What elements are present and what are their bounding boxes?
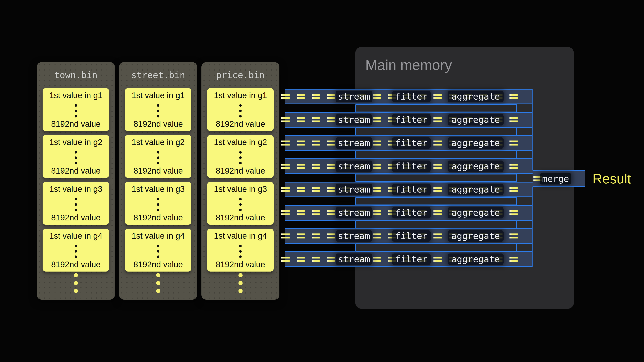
ellipsis-dot-icon (157, 256, 160, 258)
value-group-box: 1st value in g28192nd value (125, 135, 192, 178)
ellipsis-dot-icon (74, 115, 77, 117)
value-group-box: 1st value in g38192nd value (125, 182, 192, 225)
more-groups-dot-icon (74, 281, 78, 285)
aggregate-stage-box: aggregate (448, 161, 504, 172)
group-last-value-label: 8192nd value (207, 259, 274, 269)
more-groups-dot-icon (156, 289, 160, 293)
group-first-value-label: 1st value in g2 (207, 137, 274, 147)
aggregate-stage-box: aggregate (448, 137, 504, 149)
ellipsis-dot-icon (74, 203, 77, 206)
value-group-box: 1st value in g28192nd value (207, 135, 274, 178)
ellipsis-dot-icon (74, 209, 77, 211)
pipeline-row: streamfilteraggregate (285, 205, 532, 221)
diagram-stage: town.bin1st value in g18192nd value1st v… (0, 0, 644, 362)
value-group-box: 1st value in g48192nd value (125, 229, 192, 272)
value-group-box: 1st value in g18192nd value (125, 88, 192, 131)
buffer-row (355, 244, 517, 252)
buffer-row (355, 220, 517, 228)
ellipsis-dot-icon (74, 245, 77, 247)
file-title: town.bin (37, 70, 115, 80)
merge-bar: merge (532, 170, 584, 187)
filter-stage-box: filter (392, 114, 430, 125)
ellipsis-dot-icon (74, 156, 77, 159)
ellipsis-dot-icon (239, 151, 242, 154)
buffer-row (355, 150, 517, 159)
filter-stage-box: filter (392, 230, 430, 242)
group-last-value-label: 8192nd value (42, 166, 109, 176)
pipeline-row: streamfilteraggregate (285, 112, 532, 128)
aggregate-stage-box: aggregate (448, 230, 504, 242)
stream-stage-box: stream (336, 114, 372, 125)
ellipsis-dot-icon (239, 256, 242, 258)
ellipsis-dot-icon (239, 250, 242, 253)
aggregate-stage-box: aggregate (448, 91, 504, 102)
value-group-box: 1st value in g48192nd value (42, 229, 109, 272)
value-group-box: 1st value in g28192nd value (42, 135, 109, 178)
ellipsis-dot-icon (74, 151, 77, 154)
group-first-value-label: 1st value in g4 (125, 231, 192, 241)
aggregate-stage-box: aggregate (448, 184, 504, 195)
ellipsis-dot-icon (157, 203, 160, 206)
group-last-value-label: 8192nd value (207, 213, 274, 223)
group-first-value-label: 1st value in g2 (42, 137, 109, 147)
group-first-value-label: 1st value in g4 (207, 231, 274, 241)
buffer-row (355, 127, 517, 135)
pipeline-container-right-border-top (532, 89, 532, 170)
file-card-street-bin: street.bin1st value in g18192nd value1st… (119, 62, 197, 300)
more-groups-dot-icon (238, 289, 242, 293)
group-first-value-label: 1st value in g4 (42, 231, 109, 241)
more-groups-dot-icon (238, 273, 242, 277)
ellipsis-dot-icon (157, 104, 160, 107)
ellipsis-dot-icon (157, 115, 160, 117)
ellipsis-dot-icon (239, 162, 242, 164)
ellipsis-dot-icon (157, 250, 160, 253)
ellipsis-dot-icon (74, 256, 77, 258)
result-label: Result (592, 171, 631, 186)
filter-stage-box: filter (392, 161, 430, 172)
stream-stage-box: stream (336, 230, 372, 242)
group-last-value-label: 8192nd value (207, 119, 274, 129)
filter-stage-box: filter (392, 91, 430, 102)
ellipsis-dot-icon (239, 198, 242, 200)
pipeline-row: streamfilteraggregate (285, 182, 532, 197)
ellipsis-dot-icon (239, 115, 242, 117)
buffer-row (355, 104, 517, 112)
stream-stage-box: stream (336, 137, 372, 149)
pipeline-row: streamfilteraggregate (285, 158, 532, 174)
more-groups-dot-icon (238, 281, 242, 285)
ellipsis-dot-icon (239, 203, 242, 206)
file-card-town-bin: town.bin1st value in g18192nd value1st v… (37, 62, 115, 300)
value-group-box: 1st value in g38192nd value (207, 182, 274, 225)
pipeline-row: streamfilteraggregate (285, 89, 532, 104)
ellipsis-dot-icon (157, 110, 160, 112)
ellipsis-dot-icon (74, 198, 77, 200)
ellipsis-dot-icon (239, 104, 242, 107)
aggregate-stage-box: aggregate (448, 254, 504, 265)
file-title: street.bin (119, 70, 197, 80)
filter-stage-box: filter (392, 184, 430, 195)
group-last-value-label: 8192nd value (125, 213, 192, 223)
ellipsis-dot-icon (74, 162, 77, 164)
stream-stage-box: stream (336, 254, 372, 265)
value-group-box: 1st value in g18192nd value (42, 88, 109, 131)
ellipsis-dot-icon (74, 250, 77, 253)
stream-stage-box: stream (336, 207, 372, 218)
group-last-value-label: 8192nd value (42, 119, 109, 129)
stream-stage-box: stream (336, 161, 372, 172)
pipeline-row: streamfilteraggregate (285, 135, 532, 151)
group-first-value-label: 1st value in g1 (125, 90, 192, 100)
filter-stage-box: filter (392, 207, 430, 218)
filter-stage-box: filter (392, 137, 430, 149)
group-first-value-label: 1st value in g3 (125, 184, 192, 194)
aggregate-stage-box: aggregate (448, 207, 504, 218)
group-last-value-label: 8192nd value (125, 259, 192, 269)
ellipsis-dot-icon (74, 110, 77, 112)
group-last-value-label: 8192nd value (125, 166, 192, 176)
value-group-box: 1st value in g38192nd value (42, 182, 109, 225)
pipeline-container-right-border-bottom (532, 187, 532, 267)
group-first-value-label: 1st value in g3 (42, 184, 109, 194)
ellipsis-dot-icon (74, 104, 77, 107)
ellipsis-dot-icon (157, 209, 160, 211)
file-card-price-bin: price.bin1st value in g18192nd value1st … (202, 62, 280, 300)
stream-stage-box: stream (336, 184, 372, 195)
